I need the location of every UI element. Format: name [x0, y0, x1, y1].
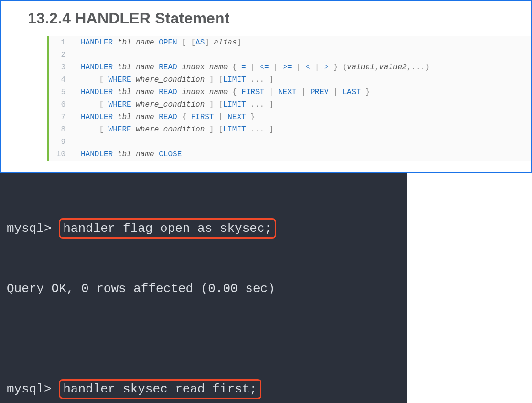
placeholder: tbl_name [118, 63, 154, 72]
code-line [72, 136, 531, 148]
keyword: HANDLER [81, 63, 118, 72]
code-line: HANDLER tbl_name CLOSE [72, 148, 531, 161]
text [228, 63, 232, 72]
code-line: [ WHERE where_condition ] [LIMIT ... ] [72, 74, 531, 86]
keyword: HANDLER [81, 113, 118, 121]
keyword [186, 38, 191, 47]
punct: | [264, 88, 278, 97]
keyword: FIRST [241, 88, 264, 97]
punct: [ [99, 125, 108, 134]
keyword: WHERE [109, 100, 136, 109]
code-row: 6 [ WHERE where_condition ] [LIMIT ... ] [49, 98, 531, 111]
punct: } [246, 113, 255, 121]
keyword: NEXT [228, 113, 246, 121]
highlighted-command: handler flag open as skysec; [59, 218, 276, 239]
keyword: WHERE [109, 76, 136, 84]
code-row: 9 [49, 136, 531, 148]
code-line: [ WHERE where_condition ] [LIMIT ... ] [72, 98, 531, 111]
line-number: 7 [49, 111, 72, 123]
code-row: 3HANDLER tbl_name READ index_name { = | … [49, 61, 531, 74]
keyword: FIRST [191, 113, 214, 121]
code-row: 1HANDLER tbl_name OPEN [ [AS] alias] [49, 36, 531, 49]
punct: ] [237, 38, 241, 47]
placeholder: alias [209, 38, 237, 47]
punct: ] [205, 38, 209, 47]
keyword: AS [195, 38, 205, 47]
terminal-line: mysql> handler skysec read first; [7, 379, 401, 399]
punct: { [232, 88, 241, 97]
keyword: = [241, 63, 246, 72]
punct: [ [99, 76, 108, 84]
punct: | [329, 88, 343, 97]
prompt: mysql> [7, 382, 59, 396]
code-line: HANDLER tbl_name READ index_name { = | <… [72, 61, 531, 74]
punct: [ [99, 100, 108, 109]
punct: ] [ [205, 125, 223, 134]
punct: [ [191, 38, 195, 47]
code-row: 2 [49, 49, 531, 61]
text [228, 88, 232, 97]
keyword: LIMIT [223, 100, 246, 109]
placeholder: tbl_name [118, 113, 154, 121]
keyword: READ [154, 113, 182, 121]
punct: ... ] [246, 76, 274, 84]
documentation-panel: 13.2.4 HANDLER Statement 1HANDLER tbl_na… [0, 0, 532, 173]
highlighted-command: handler skysec read first; [59, 379, 261, 399]
punct: { [182, 113, 191, 121]
terminal-line: Query OK, 0 rows affected (0.00 sec) [7, 279, 401, 299]
code-row: 5HANDLER tbl_name READ index_name { FIRS… [49, 86, 531, 98]
placeholder: tbl_name [118, 88, 154, 97]
line-number: 10 [49, 148, 72, 161]
placeholder: index_name [182, 63, 228, 72]
code-line: HANDLER tbl_name READ index_name { FIRST… [72, 86, 531, 98]
punct: ] [ [205, 100, 223, 109]
code-row: 10HANDLER tbl_name CLOSE [49, 148, 531, 161]
line-number: 5 [49, 86, 72, 98]
punct: [ [182, 38, 186, 47]
code-row: 7HANDLER tbl_name READ { FIRST | NEXT } [49, 111, 531, 123]
code-line: HANDLER tbl_name OPEN [ [AS] alias] [72, 36, 531, 49]
keyword: CLOSE [154, 150, 182, 159]
keyword: READ [154, 63, 182, 72]
keyword: <= [260, 63, 269, 72]
code-line: [ WHERE where_condition ] [LIMIT ... ] [72, 123, 531, 136]
text [81, 76, 99, 84]
keyword: LIMIT [223, 76, 246, 84]
punct: | [269, 63, 283, 72]
keyword: HANDLER [81, 38, 118, 47]
punct: } ( [329, 63, 347, 72]
line-number: 3 [49, 61, 72, 74]
keyword: HANDLER [81, 150, 118, 159]
punct: | [214, 113, 228, 121]
line-number: 9 [49, 136, 72, 148]
placeholder: tbl_name [118, 150, 154, 159]
syntax-code-block: 1HANDLER tbl_name OPEN [ [AS] alias]2 3H… [47, 36, 531, 161]
keyword: LAST [342, 88, 360, 97]
punct: , [375, 63, 380, 72]
code-row: 8 [ WHERE where_condition ] [LIMIT ... ] [49, 123, 531, 136]
placeholder: tbl_name [118, 38, 154, 47]
line-number: 4 [49, 74, 72, 86]
punct: | [296, 88, 310, 97]
keyword: LIMIT [223, 125, 246, 134]
code-line [72, 49, 531, 61]
placeholder: value2 [379, 63, 407, 72]
keyword: < [306, 63, 311, 72]
placeholder: index_name [182, 88, 228, 97]
placeholder: value1 [347, 63, 375, 72]
punct: { [232, 63, 241, 72]
keyword: READ [154, 88, 182, 97]
line-number: 1 [49, 36, 72, 49]
placeholder: where_condition [136, 100, 205, 109]
line-number: 8 [49, 123, 72, 136]
terminal-line: mysql> handler flag open as skysec; [7, 218, 401, 239]
code-row: 4 [ WHERE where_condition ] [LIMIT ... ] [49, 74, 531, 86]
punct: ... ] [246, 125, 274, 134]
punct: } [361, 88, 370, 97]
keyword: HANDLER [81, 88, 118, 97]
keyword: > [324, 63, 329, 72]
text [81, 125, 99, 134]
keyword: WHERE [109, 125, 136, 134]
punct: ... ] [246, 100, 274, 109]
line-number: 6 [49, 98, 72, 111]
